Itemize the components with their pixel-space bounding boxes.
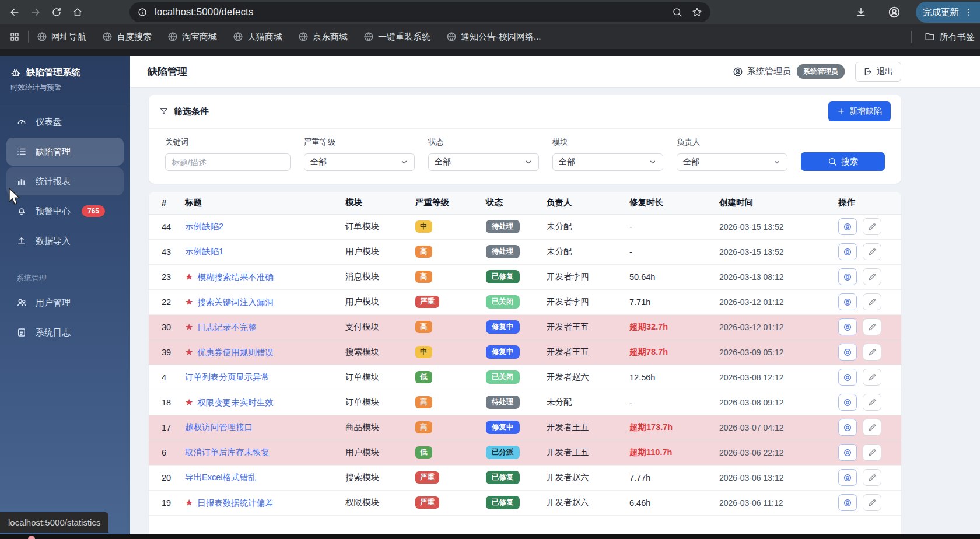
defect-assignee: 开发者赵六	[542, 465, 625, 490]
fix-duration: 7.77h	[629, 473, 650, 482]
edit-button[interactable]	[863, 243, 881, 260]
view-button[interactable]	[838, 469, 857, 486]
status-bar-url: localhost:5000/statistics	[0, 512, 108, 533]
view-button[interactable]	[838, 369, 857, 386]
edit-button[interactable]	[863, 419, 881, 436]
view-button[interactable]	[838, 293, 857, 310]
bookmark-label: 京东商城	[313, 32, 348, 43]
chevron-down-icon	[524, 158, 533, 166]
view-button[interactable]	[838, 419, 857, 436]
browser-update-button[interactable]: 完成更新	[916, 2, 980, 23]
fix-duration: 7.71h	[629, 298, 650, 307]
edit-button[interactable]	[863, 469, 881, 486]
view-button[interactable]	[838, 218, 857, 235]
forward-icon[interactable]	[26, 2, 46, 22]
search-button[interactable]: 搜索	[801, 152, 885, 171]
view-button[interactable]	[838, 243, 857, 260]
all-bookmarks-label[interactable]: 所有书签	[940, 32, 975, 43]
view-button[interactable]	[838, 344, 857, 360]
view-button[interactable]	[838, 268, 857, 285]
defect-assignee: 开发者赵六	[542, 365, 625, 390]
severity-badge: 严重	[415, 296, 439, 308]
view-button[interactable]	[838, 444, 857, 461]
defect-assignee: 开发者王五	[542, 415, 625, 440]
edit-button[interactable]	[863, 444, 881, 461]
sidebar-item-chart[interactable]: 统计报表	[6, 167, 124, 195]
bookmark-item[interactable]: 一键重装系统	[363, 32, 430, 43]
status-badge: 修复中	[486, 421, 520, 434]
eye-icon	[843, 348, 852, 357]
bookmark-item[interactable]: 百度搜索	[102, 32, 152, 43]
sidebar-item-upload[interactable]: 数据导入	[6, 227, 124, 255]
edit-button[interactable]	[863, 494, 881, 511]
模块-select[interactable]: 全部	[552, 153, 663, 171]
logout-button[interactable]: 退出	[855, 62, 901, 82]
负责人-select[interactable]: 全部	[677, 153, 788, 171]
view-button[interactable]	[838, 494, 857, 511]
defect-id: 20	[149, 465, 180, 490]
address-bar[interactable]: localhost:5000/defects	[130, 2, 710, 22]
sidebar-item-dashboard[interactable]: 仪表盘	[6, 108, 124, 136]
keyword-input[interactable]	[165, 153, 290, 171]
site-info-icon[interactable]	[138, 8, 147, 17]
defect-title-link[interactable]: 日报表数据统计偏差	[197, 498, 274, 508]
view-button[interactable]	[838, 394, 857, 411]
defect-title-link[interactable]: 搜索关键词注入漏洞	[197, 298, 274, 307]
sidebar-item-label: 预警中心	[36, 206, 71, 217]
sidebar-item-bell[interactable]: 预警中心765	[6, 197, 124, 225]
状态-select[interactable]: 全部	[428, 153, 539, 171]
edit-button[interactable]	[863, 268, 881, 285]
eye-icon	[843, 473, 852, 482]
defect-title-link[interactable]: 越权访问管理接口	[185, 422, 253, 432]
edit-button[interactable]	[863, 394, 881, 411]
defect-title-link[interactable]: 模糊搜索结果不准确	[197, 272, 274, 282]
bookmark-item[interactable]: 天猫商城	[233, 32, 282, 43]
defect-id: 4	[149, 365, 180, 390]
sidebar-item-log[interactable]: 系统日志	[6, 318, 124, 346]
defect-id: 23	[149, 264, 180, 289]
search-icon[interactable]	[672, 7, 682, 18]
sidebar-item-list[interactable]: 缺陷管理	[6, 138, 124, 166]
downloads-button[interactable]	[855, 0, 867, 24]
home-icon[interactable]	[68, 2, 88, 22]
bookmark-label: 通知公告-校园网络...	[461, 32, 541, 43]
bookmark-item[interactable]: 网址导航	[37, 32, 86, 43]
defect-title-link[interactable]: 取消订单后库存未恢复	[185, 447, 270, 457]
menu-dots-icon[interactable]	[964, 8, 973, 17]
view-button[interactable]	[838, 318, 857, 335]
defect-title-link[interactable]: 示例缺陷2	[185, 222, 223, 231]
edit-button[interactable]	[863, 218, 881, 235]
add-defect-button[interactable]: 新增缺陷	[828, 102, 891, 121]
reload-icon[interactable]	[47, 2, 66, 22]
severity-badge: 中	[415, 220, 432, 233]
defect-title-link[interactable]: 优惠券使用规则错误	[197, 348, 274, 357]
bookmark-item[interactable]: 通知公告-校园网络...	[446, 32, 541, 43]
sidebar-item-users[interactable]: 用户管理	[6, 289, 124, 317]
edit-button[interactable]	[863, 344, 881, 360]
edit-button[interactable]	[863, 369, 881, 386]
column-header: 严重等级	[411, 192, 481, 214]
bookmark-label: 网址导航	[51, 32, 86, 43]
bookmark-star-icon[interactable]	[692, 7, 702, 18]
bookmark-item[interactable]: 京东商城	[298, 32, 348, 43]
status-badge: 已分派	[486, 446, 520, 459]
edit-button[interactable]	[863, 293, 881, 310]
defect-title-link[interactable]: 示例缺陷1	[185, 247, 223, 256]
defect-title-link[interactable]: 订单列表分页显示异常	[185, 372, 270, 382]
back-icon[interactable]	[5, 2, 24, 22]
starred-icon: ★	[185, 272, 193, 282]
defect-title-link[interactable]: 日志记录不完整	[197, 323, 257, 332]
fix-duration: -	[629, 222, 632, 232]
eye-icon	[843, 398, 852, 407]
apps-grid-icon[interactable]	[9, 32, 20, 42]
pencil-icon	[867, 298, 877, 307]
filter-field: 关键词	[165, 137, 290, 171]
sidebar-item-label: 统计报表	[36, 176, 71, 187]
chevron-down-icon	[400, 158, 408, 166]
bookmark-item[interactable]: 淘宝商城	[167, 32, 217, 43]
edit-button[interactable]	[863, 318, 881, 335]
严重等级-select[interactable]: 全部	[304, 153, 415, 171]
defect-title-link[interactable]: 权限变更未实时生效	[197, 398, 274, 407]
defect-title-link[interactable]: 导出Excel格式错乱	[185, 473, 256, 482]
profile-button[interactable]	[888, 0, 901, 24]
